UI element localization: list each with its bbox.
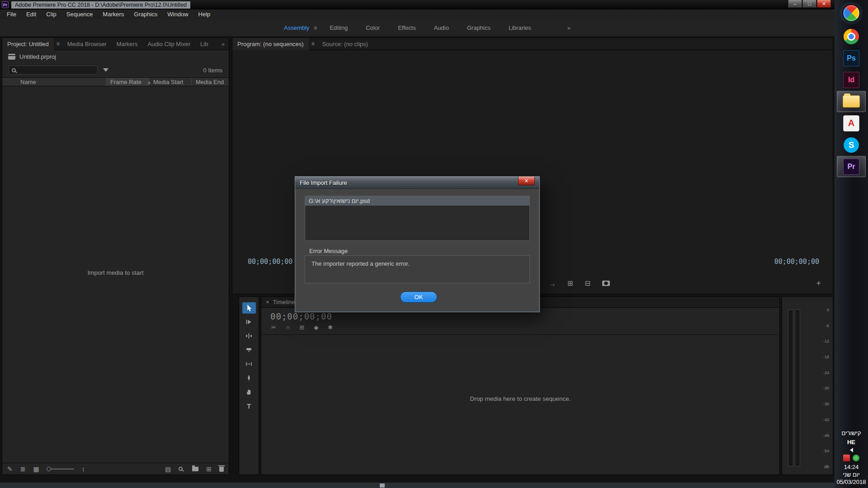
dialog-close-button[interactable]: ✕ (518, 177, 535, 185)
column-media-end[interactable]: Media End (192, 78, 229, 86)
menu-file[interactable]: File (2, 9, 21, 19)
acrobat-icon: A (843, 115, 859, 131)
audio-meters-panel: 0-6 -12-18 -24-30 -36-42 -48-54 dB (782, 296, 833, 475)
export-frame-button[interactable] (602, 281, 610, 286)
skype-icon: S (844, 137, 859, 153)
extract-button[interactable]: ⊟ (585, 279, 591, 287)
tab-audio-clip-mixer[interactable]: Audio Clip Mixer (142, 38, 195, 50)
ok-button[interactable]: OK (401, 292, 437, 302)
clear-button[interactable] (219, 467, 224, 472)
language-indicator[interactable]: HE (847, 439, 855, 446)
close-button[interactable]: ✕ (817, 0, 831, 8)
tab-project[interactable]: Project: Untitled (2, 38, 54, 50)
status-bar-icon[interactable] (380, 483, 385, 488)
menu-sequence[interactable]: Sequence (61, 9, 98, 19)
column-media-start[interactable]: Media Start (149, 78, 192, 86)
sort-icons-button[interactable]: ↕ (82, 466, 85, 472)
find-button[interactable] (179, 467, 183, 471)
workspace-graphics[interactable]: Graphics (458, 24, 500, 31)
tab-timeline[interactable]: Timeline: (273, 299, 297, 305)
failed-file-row[interactable]: G:\יום נישואין\רקע א.psd (305, 196, 529, 206)
workspace-overflow-icon[interactable]: » (567, 24, 571, 31)
panel-menu-icon[interactable]: ≡ (309, 41, 317, 47)
column-frame-rate[interactable]: Frame Rate∧ (106, 78, 149, 86)
list-view-button[interactable]: ≣ (20, 466, 26, 472)
start-button[interactable] (842, 4, 860, 22)
indesign-icon: Id (843, 72, 859, 88)
dialog-titlebar[interactable]: File Import Failure ✕ (295, 177, 539, 189)
menu-window[interactable]: Window (162, 9, 193, 19)
menu-graphics[interactable]: Graphics (129, 9, 162, 19)
workspace-effects[interactable]: Effects (389, 24, 425, 31)
filter-bin-icon[interactable] (103, 68, 108, 72)
insert-overwrite-icon[interactable]: ✂ (271, 324, 276, 331)
new-item-button[interactable]: ⊞ (206, 466, 212, 472)
menu-clip[interactable]: Clip (41, 9, 61, 19)
error-message-text: The importer reported a generic error. (311, 260, 410, 267)
column-name[interactable]: Name (2, 78, 106, 86)
tray-icon-green[interactable] (853, 455, 859, 461)
icon-view-button[interactable]: ▦ (33, 466, 39, 472)
menu-markers[interactable]: Markers (98, 9, 129, 19)
show-hidden-icons-chevron[interactable] (850, 448, 853, 452)
razor-tool[interactable] (242, 344, 256, 356)
search-box[interactable] (9, 66, 98, 75)
taskbar-item-indesign[interactable]: Id (837, 69, 866, 90)
search-input[interactable] (19, 67, 94, 73)
window-titlebar: Pr Adobe Premiere Pro CC 2018 - D:\Adobe… (0, 0, 835, 9)
panel-tab-overflow-icon[interactable]: » (222, 41, 229, 47)
workspace-audio[interactable]: Audio (425, 24, 458, 31)
tab-source-monitor[interactable]: Source: (no clips) (317, 38, 373, 50)
workspace-editing[interactable]: Editing (321, 24, 357, 31)
snap-icon[interactable]: ∩ (286, 324, 290, 331)
step-forward-button[interactable]: → (549, 280, 556, 287)
photoshop-icon: Ps (843, 50, 859, 66)
tray-icon-red[interactable] (843, 455, 850, 461)
taskbar-item-premiere[interactable]: Pr (837, 156, 866, 177)
menu-edit[interactable]: Edit (21, 9, 41, 19)
linked-selection-icon[interactable]: ⊞ (299, 324, 304, 331)
workspace-color[interactable]: Color (357, 24, 389, 31)
pen-tool[interactable] (242, 372, 256, 384)
tab-libraries-truncated[interactable]: Lib (195, 38, 213, 50)
zoom-slider[interactable] (48, 469, 74, 469)
maximize-button[interactable]: □ (802, 0, 816, 8)
menu-help[interactable]: Help (193, 9, 216, 19)
taskbar-item-chrome[interactable] (837, 26, 866, 47)
timeline-empty-hint[interactable]: Drop media here to create sequence. (261, 395, 779, 402)
taskbar-item-explorer[interactable] (837, 91, 866, 112)
links-toolbar-label[interactable]: קישורים (842, 430, 861, 436)
program-timecode-current: 00;00;00;00 (248, 258, 292, 266)
workspace-menu-icon[interactable]: ≡ (314, 25, 317, 31)
ripple-edit-tool[interactable] (242, 330, 256, 342)
hand-tool[interactable] (242, 386, 256, 398)
slip-tool[interactable] (242, 358, 256, 370)
add-marker-icon[interactable]: ◆ (314, 324, 318, 331)
failed-files-list[interactable]: G:\יום נישואין\רקע א.psd (305, 196, 530, 241)
automate-to-sequence-button[interactable]: ▤ (165, 466, 171, 472)
workspace-assembly[interactable]: Assembly (275, 24, 318, 31)
minimize-button[interactable]: – (788, 0, 802, 8)
tab-media-browser[interactable]: Media Browser (62, 38, 112, 50)
tab-program-monitor[interactable]: Program: (no sequences) (232, 38, 309, 50)
panel-menu-icon[interactable]: ≡ (54, 41, 62, 47)
taskbar-clock[interactable]: 14:24 יום שני 05/03/2018 (836, 464, 866, 486)
button-editor-add-icon[interactable]: + (816, 279, 821, 288)
status-strip (0, 483, 835, 488)
type-tool[interactable]: T (242, 400, 256, 412)
project-search-row: 0 Items (2, 63, 229, 77)
timeline-settings-icon[interactable]: ✱ (328, 324, 333, 331)
taskbar-item-acrobat[interactable]: A (837, 113, 866, 134)
lift-button[interactable]: ⊞ (567, 279, 573, 287)
workspace-libraries[interactable]: Libraries (500, 24, 540, 31)
taskbar-item-skype[interactable]: S (837, 134, 866, 155)
project-root-row[interactable]: Untitled.prproj (2, 50, 229, 63)
project-writable-icon[interactable]: ✎ (7, 466, 13, 472)
track-select-forward-tool[interactable] (242, 316, 256, 328)
selection-tool[interactable] (242, 302, 256, 314)
project-panel: Project: Untitled ≡ Media Browser Marker… (2, 38, 229, 475)
tab-markers[interactable]: Markers (111, 38, 142, 50)
taskbar-item-photoshop[interactable]: Ps (837, 47, 866, 69)
close-panel-icon[interactable]: × (266, 299, 269, 305)
new-bin-button[interactable] (192, 467, 198, 471)
